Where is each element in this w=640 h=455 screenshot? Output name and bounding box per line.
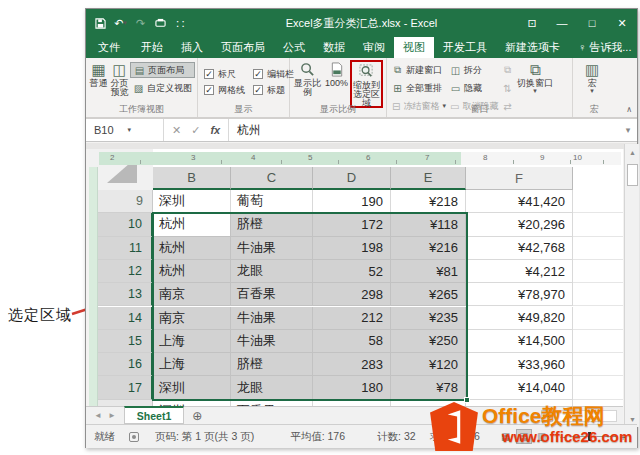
cell-D12[interactable]: 52: [313, 260, 391, 283]
cell-D16[interactable]: 283: [313, 353, 391, 376]
sheet-nav-right-icon[interactable]: ►: [108, 411, 116, 420]
column-header-B[interactable]: B: [153, 167, 231, 190]
cell-B17[interactable]: 深圳: [153, 376, 231, 399]
column-header-E[interactable]: E: [391, 167, 466, 190]
row-header-11[interactable]: 11: [98, 237, 153, 260]
cell-C15[interactable]: 牛油果: [231, 330, 313, 353]
cell-D9[interactable]: 190: [313, 190, 391, 213]
checkbox-标尺[interactable]: ✓标尺: [204, 66, 245, 82]
cell-D13[interactable]: 298: [313, 283, 391, 306]
empty-cell[interactable]: [573, 283, 623, 306]
cell-B15[interactable]: 上海: [153, 330, 231, 353]
row-header-12[interactable]: 12: [98, 260, 153, 283]
cell-C16[interactable]: 脐橙: [231, 353, 313, 376]
cell-E10[interactable]: ¥118: [391, 213, 466, 236]
close-button[interactable]: ✕: [607, 9, 637, 37]
touch-mode-icon[interactable]: [154, 17, 167, 30]
cell-D11[interactable]: 198: [313, 237, 391, 260]
cell-F9[interactable]: ¥41,420: [466, 190, 573, 213]
column-header-D[interactable]: D: [313, 167, 391, 190]
cell-B11[interactable]: 杭州: [153, 237, 231, 260]
row-header-13[interactable]: 13: [98, 283, 153, 306]
zoom-to-selection-button[interactable]: 缩放到 选定区域: [350, 60, 383, 108]
row-header-9[interactable]: 9: [98, 190, 153, 213]
cell-C17[interactable]: 龙眼: [231, 376, 313, 399]
qat-customize-icon[interactable]: ⸬: [174, 17, 187, 30]
tab-5[interactable]: 数据: [314, 37, 354, 58]
hide-button[interactable]: ▭隐藏: [447, 80, 499, 96]
cell-E15[interactable]: ¥250: [391, 330, 466, 353]
cell-B16[interactable]: 上海: [153, 353, 231, 376]
cell-C13[interactable]: 百香果: [231, 283, 313, 306]
checkbox-编辑栏[interactable]: ✓编辑栏: [253, 66, 294, 82]
cell-D10[interactable]: 172: [313, 213, 391, 236]
cell-F13[interactable]: ¥78,970: [466, 283, 573, 306]
tab-2[interactable]: 插入: [172, 37, 212, 58]
worksheet-grid[interactable]: 234567891011 BCDEF 9深圳葡萄190¥218¥41,42010…: [89, 149, 623, 406]
empty-cell[interactable]: [573, 237, 623, 260]
undo-icon[interactable]: ↶▾: [114, 17, 127, 30]
scroll-up-icon[interactable]: ▲: [626, 145, 639, 159]
minimize-button[interactable]: —: [547, 9, 577, 37]
page-layout-view-button[interactable]: ▤ 页面布局: [130, 62, 195, 78]
zoom-button[interactable]: 显示比例: [292, 60, 323, 104]
vertical-scrollbar[interactable]: ▲ ▼: [624, 144, 639, 427]
enter-entry-icon[interactable]: ✓: [191, 124, 200, 137]
column-header-C[interactable]: C: [231, 167, 313, 190]
name-box[interactable]: B10 ▾: [86, 119, 164, 141]
cell-F11[interactable]: ¥42,768: [466, 237, 573, 260]
cell-C14[interactable]: 牛油果: [231, 307, 313, 330]
new-sheet-button[interactable]: ⊕: [184, 407, 210, 424]
cell-C11[interactable]: 牛油果: [231, 237, 313, 260]
tab-6[interactable]: 审阅: [354, 37, 394, 58]
tab-9[interactable]: 新建选项卡: [496, 37, 569, 58]
arrange-all-button[interactable]: ⊞全部重排: [389, 80, 447, 96]
empty-cell[interactable]: [573, 353, 623, 376]
cell-F12[interactable]: ¥4,212: [466, 260, 573, 283]
macro-record-icon[interactable]: [129, 432, 139, 442]
checkbox-网格线[interactable]: ✓网格线: [204, 82, 245, 98]
vertical-scrollbar-thumb[interactable]: [627, 164, 638, 186]
cell-F17[interactable]: ¥14,040: [466, 376, 573, 399]
cell-B13[interactable]: 南京: [153, 283, 231, 306]
formula-bar-expand-icon[interactable]: ▾: [619, 119, 637, 141]
new-window-button[interactable]: ⧉新建窗口: [389, 62, 447, 78]
tab-3[interactable]: 页面布局: [212, 37, 274, 58]
row-header-10[interactable]: 10: [98, 213, 153, 236]
row-header-16[interactable]: 16: [98, 353, 153, 376]
collapse-ribbon-icon[interactable]: ∧: [626, 105, 632, 114]
cell-C9[interactable]: 葡萄: [231, 190, 313, 213]
cell-F10[interactable]: ¥20,296: [466, 213, 573, 236]
formula-input[interactable]: 杭州: [229, 119, 619, 141]
column-header-F[interactable]: F: [466, 167, 573, 190]
cell-E11[interactable]: ¥216: [391, 237, 466, 260]
row-header-14[interactable]: 14: [98, 307, 153, 330]
checkbox-标题[interactable]: ✓标题: [253, 82, 294, 98]
macros-button[interactable]: ▥ 宏 ▾: [575, 60, 609, 104]
empty-cell[interactable]: [573, 307, 623, 330]
cell-E16[interactable]: ¥120: [391, 353, 466, 376]
tab-10[interactable]: ♀ 告诉我...: [569, 37, 640, 58]
switch-windows-button[interactable]: ⧉ 切换窗口 ▾: [517, 60, 553, 104]
cell-E9[interactable]: ¥218: [391, 190, 466, 213]
tab-8[interactable]: 开发工具: [434, 37, 496, 58]
cell-F15[interactable]: ¥14,500: [466, 330, 573, 353]
sheet-tab-sheet1[interactable]: Sheet1: [124, 406, 184, 424]
empty-cell[interactable]: [573, 213, 623, 236]
tab-4[interactable]: 公式: [274, 37, 314, 58]
tab-0[interactable]: 文件: [86, 37, 132, 58]
ribbon-display-options-icon[interactable]: ⊡: [517, 9, 547, 37]
cell-F16[interactable]: ¥33,960: [466, 353, 573, 376]
row-header-17[interactable]: 17: [98, 376, 153, 399]
cell-E12[interactable]: ¥81: [391, 260, 466, 283]
cell-E13[interactable]: ¥265: [391, 283, 466, 306]
insert-function-icon[interactable]: fx: [210, 124, 220, 136]
normal-view-button[interactable]: ▦ 普通: [88, 60, 109, 104]
cell-F14[interactable]: ¥49,820: [466, 307, 573, 330]
cell-E17[interactable]: ¥78: [391, 376, 466, 399]
cell-B14[interactable]: 南京: [153, 307, 231, 330]
row-header-15[interactable]: 15: [98, 330, 153, 353]
cancel-entry-icon[interactable]: ✕: [172, 124, 181, 137]
cell-C10[interactable]: 脐橙: [231, 213, 313, 236]
name-box-dropdown-icon[interactable]: ▾: [128, 127, 132, 133]
